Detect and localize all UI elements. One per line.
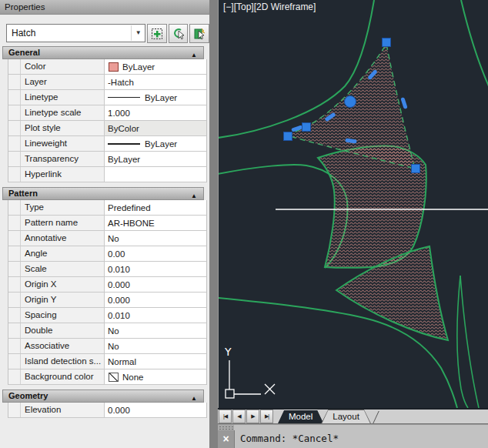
property-label: Type	[21, 200, 105, 215]
property-value[interactable]: ByLayer	[105, 152, 206, 166]
row-linetype-scale: Linetype scale 1.000	[8, 105, 206, 121]
property-label: Layer	[21, 75, 105, 89]
property-value[interactable]: AR-HBONE	[105, 216, 206, 230]
property-value[interactable]: ByLayer	[105, 90, 206, 105]
section-header-pattern[interactable]: Pattern ▲	[2, 187, 204, 200]
tab-nav-buttons: |◀ ◀ ▶ ▶|	[219, 410, 274, 423]
toggle-pickadd-button[interactable]	[147, 24, 167, 43]
row-associative: Associative No	[8, 339, 206, 354]
chevron-down-icon[interactable]: ▼	[131, 25, 145, 41]
viewport-view-control[interactable]: [Top]	[234, 2, 254, 12]
quick-select-button[interactable]	[189, 24, 209, 43]
property-label: Transparency	[21, 152, 105, 166]
autocad-window: Properties Hatch ▼	[0, 0, 488, 448]
collapse-arrow-icon[interactable]: ▲	[191, 393, 197, 404]
command-prompt-text[interactable]: Command: *Cancel*	[240, 433, 339, 444]
section-title: Geometry	[8, 391, 48, 400]
row-annotative: Annotative No	[8, 231, 206, 246]
none-color-swatch	[109, 373, 119, 382]
property-value[interactable]: 0.010	[105, 262, 206, 276]
collapse-arrow-icon[interactable]: ▲	[191, 49, 197, 61]
property-value[interactable]: No	[105, 323, 206, 338]
property-label: Color	[21, 59, 105, 74]
row-elevation: Elevation 0.000	[8, 403, 206, 418]
property-label: Linetype	[21, 90, 105, 105]
property-value[interactable]: -Hatch	[105, 75, 206, 89]
property-value[interactable]: 0.00	[105, 246, 206, 261]
section-header-geometry[interactable]: Geometry ▲	[2, 389, 204, 403]
property-label: Island detection s...	[21, 354, 105, 369]
palette-divider[interactable]	[209, 0, 218, 448]
linetype-preview	[108, 97, 140, 98]
property-value[interactable]: ByLayer	[105, 136, 206, 151]
property-label: Hyperlink	[21, 167, 105, 182]
first-tab-button[interactable]: |◀	[219, 410, 232, 423]
command-line-panel[interactable]: × Command: *Cancel*	[218, 424, 488, 448]
model-space-viewport[interactable]: Y X [−][Top][2D Wireframe]	[218, 0, 488, 408]
tab-layout[interactable]: Layout	[321, 410, 371, 423]
ucs-y-label: Y	[224, 346, 232, 358]
viewport-minimize-control[interactable]: [−]	[223, 2, 234, 12]
grip-square	[412, 165, 420, 173]
row-layer: Layer -Hatch	[8, 75, 206, 90]
command-close-icon[interactable]: ×	[218, 430, 235, 448]
select-objects-button[interactable]	[169, 24, 189, 43]
property-label: Elevation	[21, 403, 105, 417]
property-label: Lineweight	[21, 136, 105, 151]
grip-square	[383, 38, 391, 47]
viewport-controls: [−][Top][2D Wireframe]	[223, 2, 316, 12]
property-value[interactable]: ByLayer	[105, 59, 206, 74]
row-background-color: Background color None	[8, 369, 206, 385]
collapse-arrow-icon[interactable]: ▲	[191, 190, 197, 202]
last-tab-button[interactable]: ▶|	[260, 410, 273, 423]
property-value[interactable]: No	[105, 231, 206, 246]
property-value[interactable]	[105, 167, 206, 182]
property-label: Scale	[21, 262, 105, 276]
row-plot-style: Plot style ByColor	[8, 121, 206, 136]
section-title: Pattern	[8, 189, 38, 198]
grip-circle	[345, 96, 356, 108]
property-value: ByColor	[105, 121, 206, 135]
ucs-icon: Y X	[219, 0, 275, 398]
object-type-dropdown[interactable]: Hatch ▼	[6, 24, 145, 42]
property-label: Pattern name	[21, 216, 105, 230]
row-hyperlink: Hyperlink	[8, 167, 206, 182]
property-label: Annotative	[21, 231, 105, 246]
property-value[interactable]: 0.000	[105, 277, 206, 292]
curve-top-right	[461, 0, 488, 86]
command-drag-handle-icon[interactable]	[218, 425, 234, 430]
palette-title: Properties	[0, 0, 209, 15]
next-tab-button[interactable]: ▶	[246, 410, 259, 423]
section-header-general[interactable]: General ▲	[2, 46, 204, 59]
row-double: Double No	[8, 323, 206, 339]
row-type: Type Predefined	[8, 200, 206, 216]
model-space-canvas[interactable]: Y X	[219, 0, 488, 408]
row-origin-y: Origin Y 0.000	[8, 293, 206, 308]
tab-model[interactable]: Model	[277, 410, 324, 423]
row-scale: Scale 0.010	[8, 262, 206, 277]
row-origin-x: Origin X 0.000	[8, 277, 206, 293]
property-label: Angle	[21, 246, 105, 261]
property-label: Background color	[21, 369, 105, 384]
property-value[interactable]: None	[105, 369, 206, 384]
property-label: Linetype scale	[21, 105, 105, 120]
property-label: Spacing	[21, 308, 105, 323]
row-lineweight: Lineweight ByLayer	[8, 136, 206, 152]
select-objects-icon	[172, 28, 185, 40]
property-value[interactable]: Normal	[105, 354, 206, 369]
viewport-visual-style-control[interactable]: [2D Wireframe]	[254, 2, 316, 12]
property-value[interactable]: 0.000	[105, 403, 206, 417]
property-value[interactable]: No	[105, 339, 206, 353]
property-value[interactable]: 1.000	[105, 105, 206, 120]
property-value[interactable]: Predefined	[105, 200, 206, 215]
property-value[interactable]: 0.000	[105, 293, 206, 307]
lineweight-preview	[108, 143, 140, 145]
property-label: Origin X	[21, 277, 105, 292]
property-value[interactable]: 0.010	[105, 308, 206, 323]
color-swatch	[109, 62, 119, 72]
property-label: Plot style	[21, 121, 105, 135]
island-left-edge	[457, 276, 468, 408]
row-angle: Angle 0.00	[8, 246, 206, 262]
prev-tab-button[interactable]: ◀	[232, 410, 246, 423]
row-island-detection: Island detection s... Normal	[8, 354, 206, 369]
